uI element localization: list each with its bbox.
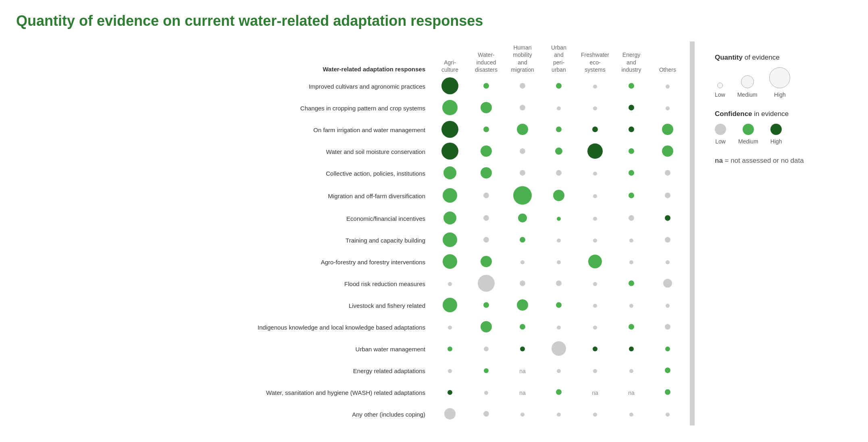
cell-14-6 (649, 382, 686, 404)
cell-15-1 (468, 404, 504, 425)
cell-2-1 (468, 119, 504, 141)
bubble (520, 170, 525, 176)
quantity-legend: Quantity of evidence LowMediumHigh (715, 54, 852, 98)
quantity-legend-item: High (769, 67, 790, 98)
bubble (483, 237, 489, 243)
cell-8-3 (541, 251, 577, 273)
chart-container: Water-related adaptation responsesAgri-c… (16, 42, 852, 425)
bubble (593, 413, 597, 417)
cell-12-4 (577, 338, 613, 360)
confidence-legend-label: Medium (738, 138, 758, 145)
confidence-bubble (715, 124, 726, 135)
cell-4-1 (468, 163, 504, 185)
bubble (441, 143, 458, 160)
cell-2-4 (577, 119, 613, 141)
row-label-3: Water and soil moisture conservation (16, 141, 432, 163)
bubble (629, 83, 634, 89)
bubble (443, 232, 457, 247)
table-row: Collective action, policies, institution… (16, 163, 686, 185)
bubble (556, 127, 562, 132)
row-label-11: Indigenous knowledge and local knowledge… (16, 317, 432, 338)
cell-10-3 (541, 295, 577, 317)
bubble (629, 324, 634, 330)
bubble (593, 172, 597, 176)
bubble (665, 389, 670, 395)
bubble (665, 367, 670, 373)
bubble (629, 105, 634, 110)
cell-11-2 (504, 317, 541, 338)
table-row: On farm irrigation and water management (16, 119, 686, 141)
cell-7-4 (577, 230, 613, 251)
cell-1-2 (504, 98, 541, 119)
cell-0-3 (541, 76, 577, 98)
confidence-bubble (743, 124, 754, 135)
table-row: Livestock and fishery related (16, 295, 686, 317)
confidence-bold: Confidence (715, 110, 752, 118)
cell-14-2: na (504, 382, 541, 404)
row-label-13: Energy related adaptations (16, 360, 432, 382)
cell-14-1 (468, 382, 504, 404)
bubble (666, 85, 670, 89)
row-label-12: Urban water management (16, 338, 432, 360)
bubble (629, 280, 634, 286)
col-header-energy: Energyandindustry (613, 42, 649, 76)
bubble (557, 413, 561, 417)
cell-5-5 (613, 185, 649, 208)
table-row: Agro-forestry and forestry interventions (16, 251, 686, 273)
cell-1-1 (468, 98, 504, 119)
confidence-legend: Confidence in evidence LowMediumHigh (715, 110, 852, 145)
cell-5-2 (504, 185, 541, 208)
bubble (666, 260, 670, 264)
bubble (513, 186, 532, 205)
bubble (593, 239, 597, 243)
cell-9-1 (468, 273, 504, 295)
bubble (483, 83, 489, 89)
bubble (520, 413, 525, 417)
bubble (556, 170, 562, 176)
cell-6-1 (468, 208, 504, 230)
bubble (665, 324, 670, 330)
col-header-human_mobility: Humanmobilityandmigration (504, 42, 541, 76)
table-row: Migration and off-farm diversification (16, 185, 686, 208)
confidence-legend-label: High (770, 138, 782, 145)
bubble (593, 217, 597, 221)
cell-2-0 (432, 119, 468, 141)
row-label-header: Water-related adaptation responses (16, 42, 432, 76)
bubble (629, 413, 633, 417)
bubble (443, 212, 456, 224)
bubble (557, 217, 561, 221)
na-equals: = not assessed or no data (723, 157, 804, 164)
bubble (520, 280, 525, 286)
bubble (588, 255, 602, 268)
bubble (629, 369, 633, 373)
divider (690, 42, 695, 425)
bubble (593, 282, 597, 286)
cell-7-5 (613, 230, 649, 251)
bubble (448, 369, 452, 373)
bubble (481, 256, 492, 267)
bubble (483, 411, 489, 417)
bubble (520, 260, 525, 264)
cell-3-6 (649, 141, 686, 163)
table-row: Urban water management (16, 338, 686, 360)
bubble (443, 188, 457, 203)
na-cell: na (628, 390, 635, 396)
bubble (448, 390, 452, 395)
bubble (448, 326, 452, 330)
bubble (484, 347, 489, 351)
na-cell: na (592, 390, 598, 396)
page-title: Quantity of evidence on current water-re… (16, 12, 852, 29)
cell-10-1 (468, 295, 504, 317)
bubble (481, 321, 492, 332)
bubble (557, 260, 561, 264)
cell-8-2 (504, 251, 541, 273)
row-label-6: Economic/financial incentives (16, 208, 432, 230)
cell-14-5: na (613, 382, 649, 404)
bubble (556, 83, 562, 89)
cell-1-5 (613, 98, 649, 119)
bubble (663, 279, 672, 288)
bubble (592, 127, 598, 132)
quantity-bubbles: LowMediumHigh (715, 67, 852, 98)
bubble (665, 347, 670, 351)
cell-6-3 (541, 208, 577, 230)
